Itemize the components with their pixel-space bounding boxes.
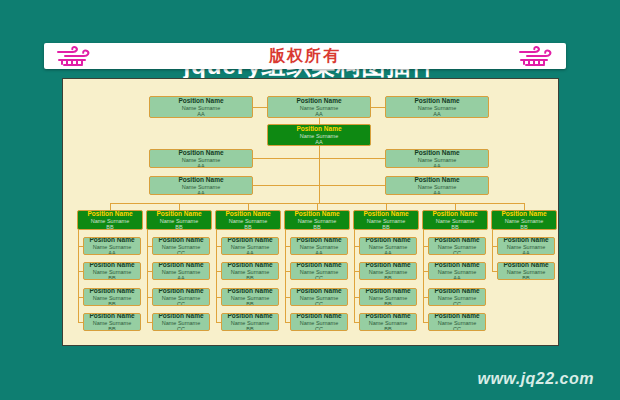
org-node-code: BB [246,275,253,280]
org-node-code: AA [433,190,440,196]
org-node-code: CC [453,250,461,255]
org-node[interactable]: Position NameName SurnameAA [385,176,489,195]
org-node[interactable]: Position NameName SurnameCC [290,313,348,331]
org-node-title: Position Name [158,237,203,244]
connector-line [78,230,79,323]
org-node-code: CC [453,326,461,331]
connector-line [354,230,355,323]
org-node-code: BB [313,224,320,230]
org-node[interactable]: Position NameName SurnameAA [83,237,141,255]
copyright-text: 版权所有 [269,46,341,67]
org-node-code: AA [177,275,184,280]
connector-line [253,107,267,108]
org-node-title: Position Name [158,288,203,295]
wind-icon [518,45,554,67]
connector-line [371,107,385,108]
org-node-dark[interactable]: Position NameName SurnameBB [353,210,419,230]
org-node-title: Position Name [414,149,459,157]
org-node[interactable]: Position NameName SurnameBB [83,262,141,280]
org-node-code: BB [108,301,115,306]
org-node-title: Position Name [434,313,479,320]
org-node[interactable]: Position NameName SurnameBB [359,288,417,306]
connector-line [147,230,148,323]
org-node-dark[interactable]: Position NameName SurnameBB [146,210,212,230]
org-node[interactable]: Position NameName SurnameAA [359,237,417,255]
org-node[interactable]: Position NameName SurnameBB [83,288,141,306]
org-node-dark[interactable]: Position NameName SurnameBB [422,210,488,230]
org-node-dark[interactable]: Position NameName SurnameBB [284,210,350,230]
org-node-code: BB [106,224,113,230]
org-node-code: AA [433,111,440,117]
org-node-code: AA [315,139,322,145]
org-node-title: Position Name [414,97,459,105]
org-node[interactable]: Position NameName SurnameBB [221,313,279,331]
org-node[interactable]: Position NameName SurnameBB [221,288,279,306]
org-node[interactable]: Position NameName SurnameBB [83,313,141,331]
org-node[interactable]: Position NameName SurnameCC [290,262,348,280]
org-node[interactable]: Position NameName SurnameBB [497,262,555,280]
org-node[interactable]: Position NameName SurnameBB [221,262,279,280]
org-node-title: Position Name [365,313,410,320]
org-node-title: Position Name [225,210,270,218]
connector-line [216,230,217,323]
org-node-title: Position Name [296,288,341,295]
org-node[interactable]: Position NameName SurnameAA [497,237,555,255]
org-node-code: CC [315,275,323,280]
org-node-code: CC [177,326,185,331]
org-node[interactable]: Position NameName SurnameCC [152,237,210,255]
org-node-title: Position Name [294,210,339,218]
org-node-code: AA [197,111,204,117]
org-node[interactable]: Position NameName SurnameAA [149,96,253,118]
connector-line [253,158,319,159]
connector-line [319,185,385,186]
org-node-title: Position Name [89,237,134,244]
org-node-title: Position Name [501,210,546,218]
connector-line [179,203,180,210]
connector-line [492,230,493,272]
wind-icon [56,45,92,67]
org-node[interactable]: Position NameName SurnameCC [428,237,486,255]
connector-line [319,158,385,159]
org-node[interactable]: Position NameName SurnameAA [221,237,279,255]
org-node-title: Position Name [178,97,223,105]
org-node-code: AA [197,190,204,196]
org-node-code: BB [244,224,251,230]
org-node-title: Position Name [87,210,132,218]
org-node-dark[interactable]: Position NameName SurnameBB [77,210,143,230]
org-node[interactable]: Position NameName SurnameAA [149,176,253,195]
org-node-dark[interactable]: Position NameName SurnameBB [215,210,281,230]
org-node-dark[interactable]: Position NameName SurnameAA [267,124,371,146]
org-node-title: Position Name [227,313,272,320]
org-node-title: Position Name [434,237,479,244]
org-node-code: CC [177,250,185,255]
org-node[interactable]: Position NameName SurnameCC [290,288,348,306]
org-node-code: CC [315,326,323,331]
org-node-title: Position Name [89,262,134,269]
org-node-code: CC [177,301,185,306]
org-node[interactable]: Position NameName SurnameCC [152,288,210,306]
org-node[interactable]: Position NameName SurnameBB [359,313,417,331]
org-node[interactable]: Position NameName SurnameAA [290,237,348,255]
org-node-code: CC [315,301,323,306]
org-node[interactable]: Position NameName SurnameAA [385,149,489,168]
org-node-code: BB [246,301,253,306]
org-chart-panel: Position NameName SurnameAAPosition Name… [62,78,559,346]
org-node-dark[interactable]: Position NameName SurnameBB [491,210,557,230]
org-node[interactable]: Position NameName SurnameAA [385,96,489,118]
org-node-title: Position Name [158,313,203,320]
org-node[interactable]: Position NameName SurnameAA [428,262,486,280]
org-node[interactable]: Position NameName SurnameAA [152,262,210,280]
connector-line [319,146,320,203]
org-node-title: Position Name [296,313,341,320]
org-node-code: BB [382,224,389,230]
org-node[interactable]: Position NameName SurnameCC [428,313,486,331]
org-node[interactable]: Position NameName SurnameCC [428,288,486,306]
org-node-title: Position Name [227,288,272,295]
org-node-code: CC [453,301,461,306]
org-node-title: Position Name [414,176,459,184]
org-node[interactable]: Position NameName SurnameAA [149,149,253,168]
org-node[interactable]: Position NameName SurnameBB [359,262,417,280]
org-node[interactable]: Position NameName SurnameAA [267,96,371,118]
org-node[interactable]: Position NameName SurnameCC [152,313,210,331]
page: jquery组织架构图插件 版权所有 Position NameName Sur… [0,0,620,400]
